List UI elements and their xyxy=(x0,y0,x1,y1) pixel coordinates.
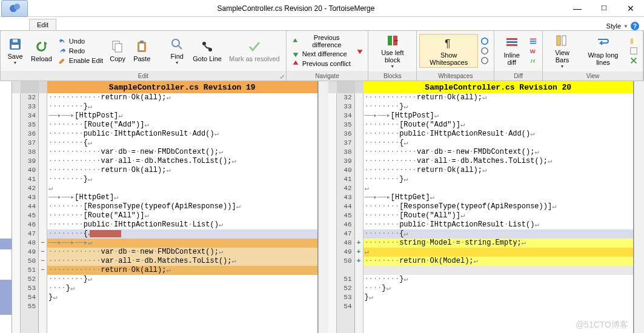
next-diff-button[interactable]: Next difference xyxy=(289,49,354,59)
left-minimap[interactable] xyxy=(12,93,21,333)
code-line[interactable]: ············return·Ok(all);↵ xyxy=(47,166,317,175)
code-line[interactable]: ········[Route("All")]↵ xyxy=(47,211,317,220)
code-line[interactable]: }↵ xyxy=(47,293,317,302)
arrow-down-icon xyxy=(291,50,300,58)
wrap-lines-button[interactable]: Wrap long lines xyxy=(579,35,627,67)
code-line[interactable]: ──▸──▸[HttpGet]↵ xyxy=(47,193,317,202)
ws-opt3[interactable] xyxy=(478,56,491,65)
view2-icon xyxy=(629,47,638,55)
right-minimap[interactable] xyxy=(328,93,337,333)
enable-edit-button[interactable]: Enable Edit xyxy=(56,56,105,65)
reload-button[interactable]: Reload xyxy=(27,38,56,64)
view-opt2[interactable] xyxy=(627,46,640,56)
code-line[interactable]: ············return·Ok(all);↵ xyxy=(47,266,317,275)
code-line[interactable]: ············return·Ok(all);↵ xyxy=(363,93,634,102)
view-bars-button[interactable]: View Bars▼ xyxy=(545,32,579,70)
overview-gutter[interactable] xyxy=(0,81,12,333)
code-line[interactable]: ──▸──▸[HttpPost]↵ xyxy=(47,111,317,120)
code-line[interactable]: ──▸──▸[HttpPost]↵ xyxy=(363,111,634,120)
right-pane-header: SampleController.cs Revision 20 xyxy=(363,81,634,93)
redo-button[interactable]: Redo xyxy=(56,46,105,56)
tab-edit[interactable]: Edit xyxy=(29,19,56,30)
code-line[interactable]: ············var·db·=·new·FMDbContext();↵ xyxy=(363,148,634,157)
block-left-icon xyxy=(385,33,400,48)
expand-icon[interactable]: ⤢ xyxy=(280,74,285,80)
code-line[interactable]: ············var·all·=·db.Matches.ToList(… xyxy=(47,257,317,266)
maximize-button[interactable]: ☐ xyxy=(591,1,617,16)
prev-conflict-button[interactable]: Previous conflict xyxy=(289,59,354,68)
inline-diff-button[interactable]: Inline diff xyxy=(497,35,526,67)
diff-opt3[interactable]: H xyxy=(526,56,540,65)
code-line[interactable]: ········[Route("All")]↵ xyxy=(363,211,634,220)
diff-opt2[interactable]: W xyxy=(526,46,540,56)
code-line[interactable]: ············var·all·=·db.Matches.ToList(… xyxy=(47,157,317,166)
code-line[interactable]: ········public·IHttpActionResult·Add()↵ xyxy=(363,130,634,139)
code-line[interactable]: ········public·IHttpActionResult·List()↵ xyxy=(47,220,317,229)
svg-rect-4 xyxy=(13,39,18,42)
code-line[interactable]: ····}↵ xyxy=(363,284,634,293)
app-icon[interactable] xyxy=(1,0,28,17)
help-icon[interactable]: ? xyxy=(631,22,639,30)
code-line[interactable]: ········[Route("Add")]↵ xyxy=(363,120,634,130)
close-button[interactable]: ✕ xyxy=(617,1,644,16)
code-line[interactable]: ──▸──▸──▸↵ xyxy=(47,239,317,248)
left-scrollbar[interactable] xyxy=(318,81,328,333)
code-line[interactable]: ············var·all·=·db.Matches.ToList(… xyxy=(363,157,634,166)
code-line[interactable]: ↵ xyxy=(363,184,634,193)
code-line[interactable]: ········}↵ xyxy=(47,175,317,184)
diff-opt1[interactable] xyxy=(526,36,540,46)
show-whitespaces-button[interactable]: ¶ Show Whitespaces xyxy=(419,34,478,68)
code-line[interactable]: ↵ xyxy=(47,184,317,193)
w-icon: W xyxy=(529,47,537,55)
ws-opt2[interactable] xyxy=(478,46,491,56)
arrow-up-red-icon xyxy=(291,59,300,68)
code-line[interactable]: ········}↵ xyxy=(47,275,317,284)
code-line[interactable]: ········public·IHttpActionResult·Add()↵ xyxy=(47,130,317,139)
ws-opt1[interactable] xyxy=(478,36,491,46)
code-line[interactable]: ········[Route("Add")]↵ xyxy=(47,120,317,130)
code-line[interactable]: ········{↵ xyxy=(47,229,317,239)
find-button[interactable]: Find▼ xyxy=(165,36,189,67)
undo-button[interactable]: Undo xyxy=(56,36,105,46)
save-button[interactable]: Save▼ xyxy=(3,36,27,67)
code-line[interactable] xyxy=(363,266,634,275)
nav-more-button[interactable] xyxy=(354,45,365,56)
view-opt3[interactable] xyxy=(627,56,640,65)
style-dropdown[interactable]: Style ▼ ? xyxy=(606,22,644,30)
right-scrollbar[interactable] xyxy=(634,81,644,333)
code-line[interactable]: ········[ResponseType(typeof(ApiResponse… xyxy=(47,202,317,211)
code-line[interactable]: ····}↵ xyxy=(47,284,317,293)
code-line[interactable]: ········[ResponseType(typeof(ApiResponse… xyxy=(363,202,634,211)
minimize-button[interactable]: — xyxy=(564,1,591,16)
code-line[interactable]: ········return·Ok(Model);↵ xyxy=(363,257,634,266)
code-line[interactable]: ············return·Ok(all);↵ xyxy=(363,166,634,175)
code-line[interactable]: ········public·IHttpActionResult·List()↵ xyxy=(363,220,634,229)
code-line[interactable]: ········string·Model·=·string.Empty;↵ xyxy=(363,239,634,248)
view-opt1[interactable] xyxy=(627,36,640,46)
prev-diff-button[interactable]: Previous difference xyxy=(289,33,354,49)
code-line[interactable]: ········{↵ xyxy=(363,229,634,239)
code-line[interactable]: ············var·db·=·new·FMDbContext();↵ xyxy=(47,148,317,157)
left-code[interactable]: ············return·Ok(all);↵········}↵──… xyxy=(47,93,317,333)
paste-button[interactable]: Paste xyxy=(130,38,154,64)
use-left-block-button[interactable]: Use left block▼ xyxy=(371,32,414,70)
mark-resolved-button[interactable]: Mark as resolved xyxy=(225,38,284,64)
titlebar: SampleController.cs Revision 20 - Tortoi… xyxy=(0,0,644,17)
code-line[interactable]: ········{↵ xyxy=(47,139,317,148)
code-line[interactable]: ↵ xyxy=(363,248,634,257)
code-line[interactable]: ········{↵ xyxy=(363,139,634,148)
code-line[interactable]: ········}↵ xyxy=(363,102,634,111)
check-icon xyxy=(247,39,262,54)
right-code[interactable]: ············return·Ok(all);↵········}↵──… xyxy=(363,93,634,333)
code-line[interactable]: }↵ xyxy=(363,293,634,302)
code-line[interactable]: ········}↵ xyxy=(363,275,634,284)
code-line[interactable]: ········}↵ xyxy=(363,175,634,184)
code-line[interactable]: ──▸──▸[HttpGet]↵ xyxy=(363,193,634,202)
goto-line-button[interactable]: Goto Line xyxy=(189,38,225,64)
code-line[interactable]: ········}↵ xyxy=(47,102,317,111)
copy-button[interactable]: Copy xyxy=(105,38,130,64)
code-line[interactable] xyxy=(363,302,634,311)
code-line[interactable]: ············var·db·=·new·FMDbContext();↵ xyxy=(47,248,317,257)
code-line[interactable]: ············return·Ok(all);↵ xyxy=(47,93,317,102)
code-line[interactable] xyxy=(47,302,317,311)
